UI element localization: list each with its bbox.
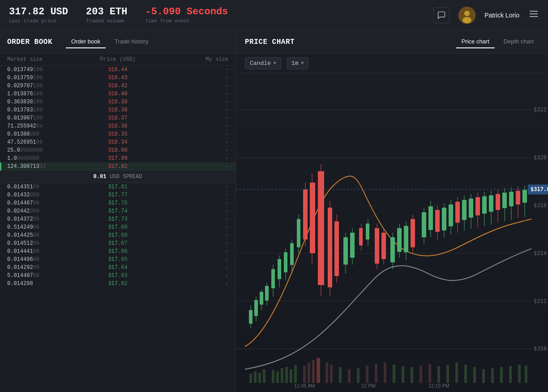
tab-price-chart[interactable]: Price chart bbox=[456, 35, 495, 48]
svg-rect-96 bbox=[422, 212, 426, 237]
svg-rect-88 bbox=[390, 237, 395, 262]
time-interval-label: 1m bbox=[291, 60, 299, 67]
ask-row[interactable]: 0.01388000318.35- bbox=[0, 130, 235, 138]
svg-rect-84 bbox=[375, 228, 379, 264]
bid-row[interactable]: 0.02442000317.74- bbox=[0, 207, 235, 215]
svg-rect-126 bbox=[522, 190, 527, 202]
top-bar-right: Patrick Lorio bbox=[433, 7, 539, 24]
svg-rect-31 bbox=[312, 360, 315, 383]
svg-rect-19 bbox=[249, 374, 252, 383]
chart-title: PRICE CHART bbox=[245, 38, 453, 46]
svg-rect-33 bbox=[325, 362, 328, 383]
ask-row[interactable]: 0.013759100318.43- bbox=[0, 74, 235, 82]
ask-row[interactable]: 47.52695166318.34- bbox=[0, 138, 235, 146]
svg-rect-94 bbox=[411, 219, 415, 247]
bid-row[interactable]: 0.014298317.62- bbox=[0, 280, 235, 288]
svg-rect-82 bbox=[366, 224, 369, 240]
last-trade-label: Last trade price bbox=[9, 18, 68, 24]
svg-rect-118 bbox=[496, 194, 500, 210]
svg-rect-49 bbox=[464, 365, 467, 383]
tab-depth-chart[interactable]: Depth chart bbox=[498, 35, 539, 48]
svg-rect-110 bbox=[469, 199, 473, 218]
avatar bbox=[458, 7, 475, 24]
svg-rect-20 bbox=[254, 371, 257, 383]
order-book-columns: Market size Price (USD) My size bbox=[0, 54, 235, 66]
svg-rect-122 bbox=[509, 192, 514, 206]
svg-rect-6 bbox=[236, 73, 548, 392]
bid-row[interactable]: 0.01444100317.66- bbox=[0, 247, 235, 256]
order-book-title: ORDER BOOK bbox=[7, 38, 52, 46]
ask-row[interactable]: 1.013876100318.40- bbox=[0, 90, 235, 98]
svg-rect-114 bbox=[482, 196, 487, 214]
bid-row[interactable]: 0.01451200317.67- bbox=[0, 239, 235, 247]
ask-row[interactable]: 25.00000000318.00- bbox=[0, 146, 235, 154]
current-price-indicator bbox=[0, 162, 1, 170]
svg-rect-28 bbox=[294, 365, 297, 383]
ask-row[interactable]: 0.013783100318.38- bbox=[0, 106, 235, 114]
last-trade-stat: 317.82 USD Last trade price bbox=[9, 6, 68, 24]
tab-order-book[interactable]: Order book bbox=[66, 35, 106, 48]
svg-text:$314: $314 bbox=[534, 250, 547, 256]
bid-row[interactable]: 0.01437200317.73- bbox=[0, 215, 235, 223]
candle-type-dropdown[interactable]: Candle ▼ bbox=[245, 57, 281, 69]
svg-rect-66 bbox=[303, 189, 308, 239]
svg-rect-48 bbox=[455, 362, 458, 383]
ask-row[interactable]: 0.013749100318.44- bbox=[0, 66, 235, 74]
ask-row[interactable]: 71.2559426x318.36- bbox=[0, 122, 235, 130]
spread-value: 0.01 bbox=[94, 174, 107, 180]
ask-row[interactable]: 0.029707100318.42- bbox=[0, 82, 235, 90]
hamburger-menu-icon[interactable] bbox=[528, 9, 539, 22]
chart-area: $322 $320 $316 $314 $312 $310 bbox=[236, 73, 548, 392]
svg-text:$317.82: $317.82 bbox=[531, 186, 548, 192]
svg-rect-39 bbox=[375, 364, 377, 383]
col-my-size: My size bbox=[154, 56, 228, 63]
svg-rect-80 bbox=[359, 228, 363, 246]
bid-row[interactable]: 0.01442500317.68- bbox=[0, 231, 235, 239]
svg-point-2 bbox=[462, 17, 471, 23]
chart-header: PRICE CHART Price chart Depth chart bbox=[236, 30, 548, 54]
svg-rect-41 bbox=[393, 365, 395, 383]
svg-rect-34 bbox=[330, 365, 333, 383]
svg-rect-120 bbox=[502, 192, 507, 208]
chat-icon[interactable] bbox=[433, 7, 450, 23]
bid-row[interactable]: 0.01429200317.64- bbox=[0, 264, 235, 272]
col-price-usd: Price (USD) bbox=[81, 56, 155, 63]
svg-text:12 PM: 12 PM bbox=[361, 383, 376, 388]
bid-row[interactable]: 5.01440700317.63- bbox=[0, 272, 235, 280]
svg-rect-74 bbox=[334, 222, 339, 276]
main-layout: ORDER BOOK Order book Trade history Mark… bbox=[0, 30, 548, 392]
bid-row[interactable]: 0.01449600317.65- bbox=[0, 256, 235, 264]
ask-row-current[interactable]: 124.30871331317.82- bbox=[0, 162, 235, 170]
ask-row[interactable]: 0.013907100318.37- bbox=[0, 114, 235, 122]
spread-label: USD SPREAD bbox=[110, 174, 142, 180]
svg-rect-55 bbox=[518, 365, 521, 383]
ask-row[interactable]: 0.363838100318.39- bbox=[0, 98, 235, 106]
svg-rect-40 bbox=[384, 362, 386, 383]
svg-rect-51 bbox=[482, 369, 485, 383]
svg-rect-134 bbox=[271, 269, 275, 288]
tab-trade-history[interactable]: Trade history bbox=[109, 35, 154, 48]
bid-row[interactable]: 0.01446700317.76- bbox=[0, 199, 235, 207]
interval-dropdown-arrow: ▼ bbox=[301, 61, 304, 66]
svg-rect-53 bbox=[500, 367, 503, 383]
svg-rect-62 bbox=[260, 292, 263, 304]
svg-rect-44 bbox=[420, 366, 422, 383]
svg-rect-36 bbox=[348, 369, 351, 383]
svg-rect-116 bbox=[489, 196, 493, 212]
time-interval-dropdown[interactable]: 1m ▼ bbox=[287, 57, 309, 69]
ask-row[interactable]: 1.00000000317.99- bbox=[0, 154, 235, 162]
svg-rect-52 bbox=[491, 368, 494, 383]
svg-rect-138 bbox=[284, 252, 287, 273]
svg-rect-142 bbox=[297, 219, 300, 247]
bid-row[interactable]: 0.51424900317.69- bbox=[0, 223, 235, 231]
svg-rect-27 bbox=[290, 369, 292, 383]
bid-row[interactable]: 0.01435100317.81- bbox=[0, 183, 235, 191]
svg-rect-37 bbox=[357, 368, 360, 383]
top-bar: 317.82 USD Last trade price 203 ETH Trad… bbox=[0, 0, 548, 30]
svg-rect-22 bbox=[263, 369, 265, 383]
svg-rect-106 bbox=[455, 202, 460, 223]
order-book-header: ORDER BOOK Order book Trade history bbox=[0, 30, 235, 54]
svg-rect-104 bbox=[449, 205, 453, 226]
svg-rect-47 bbox=[446, 365, 449, 383]
bid-row[interactable]: 0.01432000317.77- bbox=[0, 191, 235, 199]
